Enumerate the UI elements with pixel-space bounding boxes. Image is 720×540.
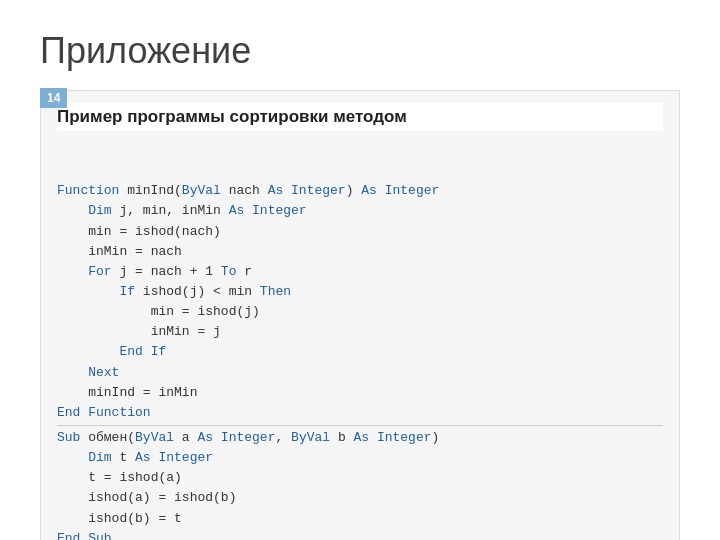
code-line: For j = nach + 1 To r <box>57 262 663 282</box>
code-line: Function minInd(ByVal nach As Integer) A… <box>57 181 663 201</box>
code-line: End Sub <box>57 529 663 540</box>
code-line: Dim j, min, inMin As Integer <box>57 201 663 221</box>
code-line: Sub обмен(ByVal a As Integer, ByVal b As… <box>57 428 663 448</box>
code-block: Function minInd(ByVal nach As Integer) A… <box>57 141 663 540</box>
code-line: End Function <box>57 403 663 423</box>
code-line: If ishod(j) < min Then <box>57 282 663 302</box>
code-line: inMin = nach <box>57 242 663 262</box>
code-line: min = ishod(j) <box>57 302 663 322</box>
code-line: Next <box>57 363 663 383</box>
slide-number-badge: 14 <box>40 88 67 108</box>
code-separator <box>57 425 663 426</box>
code-line: inMin = j <box>57 322 663 342</box>
code-line: min = ishod(nach) <box>57 222 663 242</box>
code-line: ishod(b) = t <box>57 509 663 529</box>
slide-container: Приложение 14 Пример программы сортировк… <box>0 0 720 540</box>
slide-title: Приложение <box>40 30 680 72</box>
code-line: minInd = inMin <box>57 383 663 403</box>
code-line: End If <box>57 342 663 362</box>
subtitle-text: Пример программы сортировки методом <box>57 103 663 131</box>
code-line: ishod(a) = ishod(b) <box>57 488 663 508</box>
code-line: t = ishod(a) <box>57 468 663 488</box>
content-area: Пример программы сортировки методом Func… <box>40 90 680 540</box>
code-line: Dim t As Integer <box>57 448 663 468</box>
